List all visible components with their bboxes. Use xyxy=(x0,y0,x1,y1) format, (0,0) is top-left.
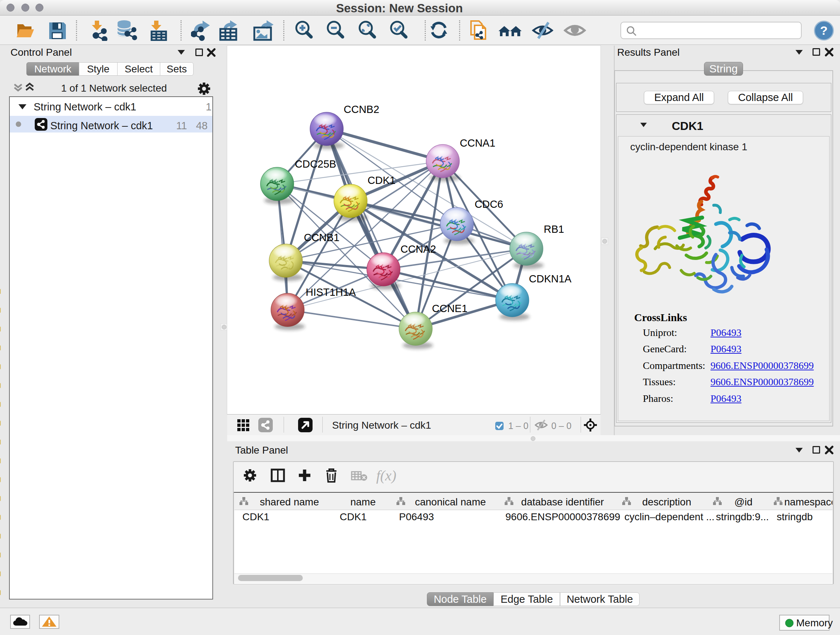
svg-text:CCNB2: CCNB2 xyxy=(344,103,379,115)
svg-text:CDC25B: CDC25B xyxy=(295,158,336,170)
svg-text:CDC6: CDC6 xyxy=(475,198,503,210)
svg-text:CCNA1: CCNA1 xyxy=(460,137,495,149)
svg-text:CCNB1: CCNB1 xyxy=(304,232,339,243)
svg-text:?: ? xyxy=(820,24,828,37)
svg-text:HIST1H1A: HIST1H1A xyxy=(306,287,356,298)
svg-text:CCNE1: CCNE1 xyxy=(432,302,467,314)
svg-text:CDK1: CDK1 xyxy=(368,174,395,186)
svg-text:CCNA2: CCNA2 xyxy=(401,243,436,255)
svg-text:CDKN1A: CDKN1A xyxy=(529,273,572,285)
svg-text:RB1: RB1 xyxy=(544,223,564,235)
